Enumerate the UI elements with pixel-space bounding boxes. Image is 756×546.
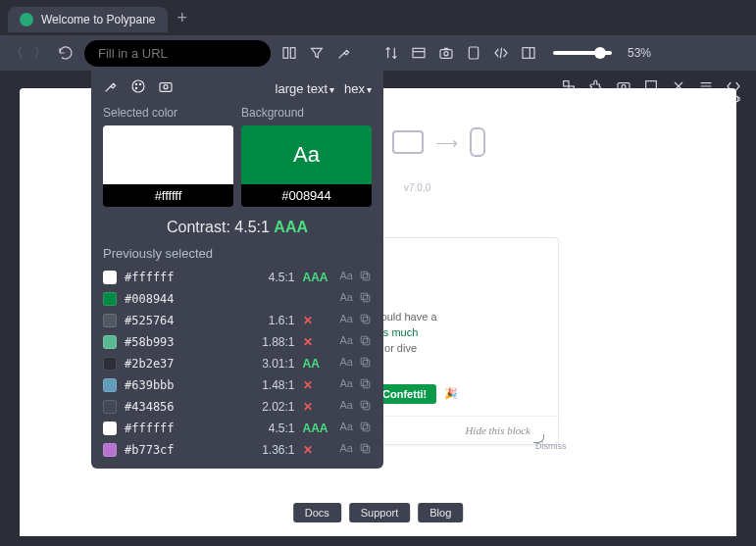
forward-button[interactable]: 〉 bbox=[33, 44, 47, 62]
svg-point-4 bbox=[444, 52, 448, 56]
selected-swatch[interactable] bbox=[103, 125, 233, 184]
history-row[interactable]: #58b9931.88:1✕Aa bbox=[91, 331, 383, 353]
svg-rect-13 bbox=[738, 98, 739, 101]
sample-icon[interactable]: Aa bbox=[340, 270, 353, 285]
svg-rect-33 bbox=[361, 401, 368, 408]
svg-rect-35 bbox=[361, 422, 368, 429]
copy-icon[interactable] bbox=[359, 442, 372, 458]
back-button[interactable]: 〈 bbox=[10, 44, 24, 62]
copy-icon[interactable] bbox=[359, 377, 372, 393]
svg-rect-20 bbox=[363, 273, 370, 280]
copy-icon[interactable] bbox=[359, 313, 372, 328]
panes-icon[interactable] bbox=[280, 44, 298, 62]
sample-icon[interactable]: Aa bbox=[340, 356, 353, 372]
hide-block-link[interactable]: Hide this block bbox=[465, 424, 544, 436]
history-row[interactable]: #008944Aa bbox=[91, 288, 383, 310]
history-row[interactable]: #4348562.02:1✕Aa bbox=[91, 396, 383, 418]
svg-rect-31 bbox=[361, 379, 368, 386]
svg-rect-26 bbox=[363, 338, 370, 345]
copy-icon[interactable] bbox=[359, 291, 372, 307]
zoom-slider[interactable] bbox=[553, 51, 612, 55]
panel-toggle-icon[interactable] bbox=[520, 44, 537, 62]
text-size-select[interactable]: large text▾ bbox=[276, 81, 334, 96]
history-row[interactable]: #639bbb1.48:1✕Aa bbox=[91, 374, 383, 396]
new-tab-button[interactable]: + bbox=[177, 8, 188, 28]
svg-point-16 bbox=[139, 83, 140, 84]
history-row[interactable]: #ffffff4.5:1AAAAa bbox=[91, 418, 383, 439]
history-row[interactable]: #ffffff4.5:1AAAAa bbox=[91, 267, 383, 288]
svg-rect-7 bbox=[564, 81, 569, 86]
svg-rect-34 bbox=[363, 424, 370, 431]
history-hex: #58b993 bbox=[125, 335, 254, 349]
svg-rect-23 bbox=[361, 293, 368, 300]
svg-point-19 bbox=[164, 85, 168, 89]
history-swatch bbox=[103, 422, 117, 435]
history-swatch bbox=[103, 335, 117, 349]
svg-point-14 bbox=[132, 80, 144, 92]
palette-icon[interactable] bbox=[130, 78, 146, 98]
copy-icon[interactable] bbox=[359, 399, 372, 415]
svg-rect-24 bbox=[363, 317, 370, 323]
svg-rect-22 bbox=[363, 295, 370, 302]
svg-rect-18 bbox=[160, 83, 172, 92]
device-icon[interactable] bbox=[465, 44, 482, 62]
sample-icon[interactable]: Aa bbox=[340, 442, 353, 458]
sample-icon[interactable]: Aa bbox=[340, 377, 353, 393]
history-swatch bbox=[103, 443, 117, 457]
camera-icon[interactable] bbox=[437, 44, 455, 62]
svg-rect-5 bbox=[469, 47, 478, 59]
svg-rect-1 bbox=[290, 48, 295, 59]
history-rating: ✕ bbox=[303, 335, 332, 349]
history-hex: #b773cf bbox=[125, 443, 254, 457]
sample-icon[interactable]: Aa bbox=[340, 291, 353, 307]
history-row[interactable]: #2b2e373.01:1AAAa bbox=[91, 353, 383, 374]
layout-icon[interactable] bbox=[410, 44, 428, 62]
browser-tab[interactable]: Welcome to Polypane bbox=[8, 7, 168, 32]
dismiss-link[interactable]: Dismiss bbox=[535, 441, 736, 451]
history-ratio: 4.5:1 bbox=[269, 271, 295, 284]
svg-point-15 bbox=[135, 83, 136, 84]
copy-icon[interactable] bbox=[359, 270, 372, 285]
history-hex: #008944 bbox=[125, 292, 287, 306]
history-ratio: 1.6:1 bbox=[269, 314, 295, 327]
title-bar: Welcome to Polypane + bbox=[0, 0, 756, 35]
copy-icon[interactable] bbox=[359, 334, 372, 350]
sample-icon[interactable]: Aa bbox=[340, 334, 353, 350]
reload-button[interactable] bbox=[57, 44, 75, 62]
copy-icon[interactable] bbox=[359, 356, 372, 372]
sample-icon[interactable]: Aa bbox=[340, 313, 353, 328]
background-swatch[interactable]: Aa bbox=[241, 125, 372, 184]
history-row[interactable]: #b773cf1.36:1✕Aa bbox=[91, 439, 383, 461]
svg-rect-32 bbox=[363, 403, 370, 410]
blog-button[interactable]: Blog bbox=[418, 503, 463, 522]
filter-icon[interactable] bbox=[308, 44, 326, 62]
docs-button[interactable]: Docs bbox=[293, 503, 341, 522]
history-hex: #639bbb bbox=[125, 378, 254, 392]
history-ratio: 2.02:1 bbox=[262, 400, 294, 414]
sample-icon[interactable]: Aa bbox=[340, 421, 353, 436]
svg-rect-37 bbox=[361, 444, 368, 451]
footer-nav: Docs Support Blog bbox=[293, 503, 464, 522]
selected-hex: #ffffff bbox=[103, 184, 233, 207]
history-rating: ✕ bbox=[303, 378, 332, 392]
history-ratio: 4.5:1 bbox=[269, 422, 295, 435]
copy-icon[interactable] bbox=[359, 421, 372, 436]
color-contrast-panel: large text▾ hex▾ Selected color #ffffff … bbox=[91, 71, 383, 469]
history-ratio: 1.36:1 bbox=[262, 443, 294, 457]
sample-icon[interactable]: Aa bbox=[340, 399, 353, 415]
format-select[interactable]: hex▾ bbox=[344, 81, 372, 96]
history-row[interactable]: #5257641.6:1✕Aa bbox=[91, 310, 383, 331]
history-hex: #ffffff bbox=[125, 422, 261, 435]
svg-rect-28 bbox=[363, 360, 370, 367]
code-icon[interactable] bbox=[492, 44, 510, 62]
eyedropper-icon[interactable] bbox=[103, 78, 119, 98]
contrast-result: Contrast: 4.5:1 AAA bbox=[91, 207, 383, 246]
camera-icon[interactable] bbox=[158, 78, 174, 98]
zoom-percent: 53% bbox=[628, 46, 651, 60]
history-rating: AAA bbox=[303, 422, 332, 435]
sync-scroll-icon[interactable] bbox=[382, 44, 400, 62]
version-label: v7.0.0 bbox=[404, 182, 430, 193]
eyedropper-icon[interactable] bbox=[335, 44, 353, 62]
url-input[interactable] bbox=[84, 40, 271, 67]
support-button[interactable]: Support bbox=[349, 503, 411, 522]
